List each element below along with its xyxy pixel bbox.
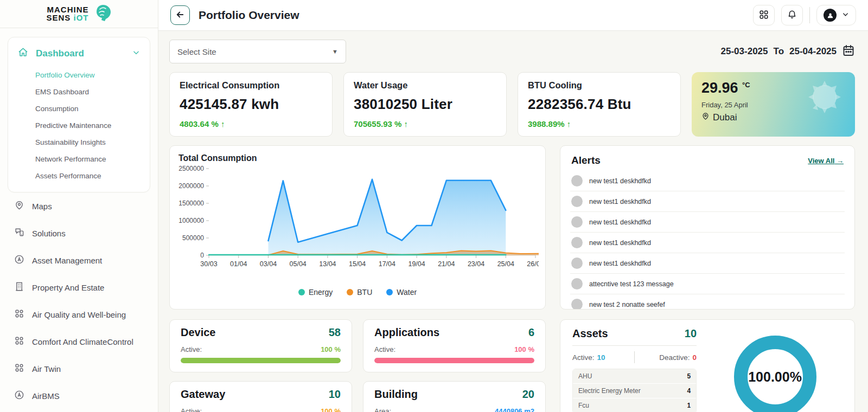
sidebar-subitem-portfolio-overview[interactable]: Portfolio Overview [8,67,150,83]
page-title: Portfolio Overview [199,9,299,22]
stat-title: Building [374,388,418,401]
legend-item-water[interactable]: Water [386,288,417,297]
grid-icon [14,308,24,320]
assets-count: 10 [685,327,697,340]
chevron-down-icon [132,48,140,59]
sidebar-subitem-predictive-maintenance[interactable]: Predictive Maintenance [8,117,150,134]
main-area: Portfolio Overview [158,0,868,412]
assets-donut-label: 100.00% [748,369,802,385]
alert-list-item[interactable]: new test 2 nonatte seefef [570,294,845,310]
alert-list-item[interactable]: new test1 deskhdfkd [570,253,845,274]
sidebar-item-label: Air Quality and Well-being [32,310,126,319]
sidebar-subitem-ems-dashboard[interactable]: EMS Dashboard [8,83,150,100]
sidebar-subitem-network-performance[interactable]: Network Performance [8,151,150,168]
sidebar-item-asset-management[interactable]: Asset Management [8,247,150,274]
asset-type-row: AHU5 [573,369,696,384]
kpi-card-water: Water Usage 38010250 Liter 705655.93 % ↑ [343,72,507,137]
alert-list-item[interactable]: attecntive test 123 message [570,274,845,294]
sidebar-item-property-and-estate[interactable]: Property And Estate [8,274,150,301]
stat-progress-bar [374,358,534,363]
site-select-dropdown[interactable]: Select Site ▼ [169,40,346,63]
date-from: 25-03-2025 [721,46,768,57]
brand-line2: SENS [46,13,71,22]
asset-type-row: Fcu1 [573,398,696,412]
date-to: 25-04-2025 [789,46,837,57]
date-separator: To [774,46,784,57]
home-icon [18,47,28,60]
site-select-placeholder: Select Site [177,47,216,56]
sidebar-subitem-assets-performance[interactable]: Assets Performance [8,168,150,184]
view-all-link[interactable]: View All → [808,157,844,165]
kpi-delta: 705655.93 % [354,119,401,128]
kpi-title: Electrical Consumption [180,80,322,91]
notifications-button[interactable] [781,5,803,25]
legend-item-btu[interactable]: BTU [347,288,372,297]
sidebar-item-label: Maps [32,202,52,211]
total-consumption-chart: 0500000100000015000002000000250000030/03… [177,163,539,285]
sun-icon [797,76,847,128]
legend-item-energy[interactable]: Energy [298,288,333,297]
circle-a-icon [14,390,24,402]
map-icon [14,200,24,212]
weather-city: Dubai [713,112,737,123]
alert-list-item[interactable]: new test1 deskhdfkd [570,212,845,233]
stat-metric-label: Active: [374,345,395,353]
sidebar-subitem-sustainability-insights[interactable]: Sustainability Insights [8,134,150,151]
stat-metric-value: 100 % [321,345,341,353]
kpi-value: 38010250 Liter [354,96,496,113]
sidebar-item-maps[interactable]: Maps [8,192,150,220]
sidebar-item-energy-sustainability[interactable]: Energy & Sustainability [8,409,150,412]
solutions-icon [14,227,24,239]
assets-active-label: Active: [572,353,595,362]
legend-label: Energy [309,288,333,297]
alert-list-item[interactable]: new test1 deskhdfkd [570,233,845,253]
apps-grid-icon [759,10,769,21]
stat-card-applications: Applications6Active:100 % [363,319,546,372]
sidebar: MACHINE SENS iOT Dashboard Portfolio Ove… [0,0,158,412]
stat-progress-bar [181,358,341,363]
chart-legend: EnergyBTUWater [177,288,538,297]
sidebar-item-solutions[interactable]: Solutions [8,220,150,247]
calendar-icon[interactable] [842,44,855,60]
date-range-picker[interactable]: 25-03-2025 To 25-04-2025 [721,44,855,60]
legend-dot [298,289,305,295]
svg-text:01/04: 01/04 [230,260,247,268]
svg-text:21/04: 21/04 [438,260,455,268]
alert-avatar [571,258,583,269]
assets-title: Assets [572,327,608,340]
alert-avatar [571,175,583,186]
sidebar-item-comfort-and-climatecontrol[interactable]: Comfort And ClimateControl [8,328,150,355]
svg-text:1000000: 1000000 [178,217,204,224]
sidebar-item-air-twin[interactable]: Air Twin [8,355,150,382]
sidebar-item-airbms[interactable]: AirBMS [8,382,150,409]
kpi-value: 2282356.74 Btu [528,96,671,113]
apps-grid-button[interactable] [753,5,775,25]
brand-head-icon [92,4,112,24]
assets-deactive-label: Deactive: [659,353,690,362]
svg-text:19/04: 19/04 [408,260,425,268]
back-button[interactable] [170,5,190,25]
grid-icon [14,363,24,375]
sidebar-item-dashboard[interactable]: Dashboard [8,41,150,67]
alert-list-item[interactable]: new test1 deskhdfkd [570,171,845,191]
svg-text:15/04: 15/04 [349,260,366,268]
asset-type-row: Electric Energy Meter4 [573,384,696,398]
bell-icon [787,10,797,21]
sidebar-item-label: Comfort And ClimateControl [32,337,133,346]
sidebar-item-air-quality-and-well-being[interactable]: Air Quality and Well-being [8,301,150,328]
svg-text:2500000: 2500000 [178,165,204,172]
user-menu-button[interactable] [816,5,856,25]
alert-avatar [571,196,583,207]
building-icon [14,281,24,293]
alert-message: new test1 deskhdfkd [589,177,651,185]
alerts-list: new test1 deskhdfkdnew test1 deskhdfkdne… [570,171,845,310]
stat-card-gateway: Gateway10Active:100 % [169,381,352,412]
sidebar-subitem-consumption[interactable]: Consumption [8,100,150,117]
asset-type-name: Fcu [578,402,589,409]
asset-type-name: Electric Energy Meter [578,387,641,395]
alert-list-item[interactable]: new test1 deskhdfkd [570,191,845,212]
asset-type-count: 1 [687,402,691,409]
alert-message: attecntive test 123 message [589,280,674,288]
alert-message: new test1 deskhdfkd [589,260,651,267]
svg-text:13/04: 13/04 [319,260,336,268]
